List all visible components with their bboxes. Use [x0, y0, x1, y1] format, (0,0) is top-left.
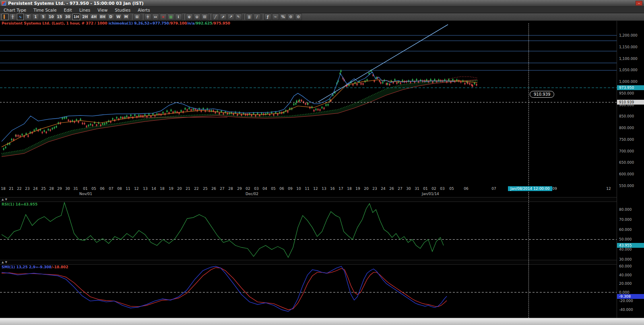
smi-label-segment: /-18.802 — [52, 265, 68, 269]
scale-5min-button[interactable]: 5 — [40, 14, 47, 20]
formula-study-icon[interactable]: ƒ — [264, 14, 271, 20]
trend-line-tool-icon[interactable]: ╱ — [212, 14, 219, 20]
axis-tick-label: 1,100.000 — [619, 57, 638, 61]
x-axis-day-label: 14 — [151, 187, 156, 191]
smi-value-badge: -9.308 — [617, 294, 644, 299]
rsi-chart-canvas[interactable] — [0, 202, 617, 260]
tick-scale-button[interactable]: T — [25, 14, 31, 20]
axis-tick-label: 50.000 — [619, 237, 632, 241]
x-axis-day-label: 21 — [186, 187, 190, 191]
menu-edit[interactable]: Edit — [60, 7, 76, 13]
ruler-tool-icon[interactable]: ∕ — [254, 14, 260, 20]
scale-10min-button[interactable]: 10 — [47, 14, 55, 20]
settings-b-icon[interactable]: ⚙ — [295, 14, 302, 20]
scale-week-button[interactable]: W — [115, 14, 122, 20]
x-axis-day-label: 21 — [9, 187, 13, 191]
x-axis-day-label: 13 — [143, 187, 147, 191]
scale-15min-button[interactable]: 15 — [56, 14, 64, 20]
wave-study-icon[interactable]: ~ — [272, 14, 279, 20]
x-axis-day-label: 22 — [194, 187, 198, 191]
axis-tick-label: 80.000 — [619, 208, 632, 212]
panel-divider[interactable]: ▲▼ — [0, 197, 617, 202]
scale-month-button[interactable]: M — [123, 14, 130, 20]
x-axis-day-label: 05 — [449, 187, 454, 191]
x-axis-day-label: 23 — [25, 187, 29, 191]
menu-view[interactable]: View — [94, 7, 111, 13]
rsi-label: RSI(1) 14=43.955 — [2, 202, 37, 206]
info-icon[interactable]: ℹ — [175, 14, 182, 20]
scale-30min-button[interactable]: 30 — [64, 14, 72, 20]
smi-chart-canvas[interactable] — [0, 265, 617, 318]
delete-drawing-icon[interactable]: × — [160, 14, 167, 20]
axis-tick-label: 1,050.000 — [619, 68, 638, 72]
scale-4hour-button[interactable]: 4H — [90, 14, 98, 20]
main-chart-canvas[interactable] — [0, 21, 617, 186]
menu-lines[interactable]: Lines — [76, 7, 94, 13]
toolbar-separator — [209, 14, 211, 20]
smi-main-line — [2, 266, 447, 311]
grid-toggle-icon[interactable]: ╪ — [144, 14, 151, 20]
candlestick-chart-icon[interactable]: ▍ — [2, 14, 8, 20]
pencil-tool-icon[interactable]: ✎ — [235, 14, 242, 20]
axis-tick-label: -40.000 — [619, 308, 633, 312]
chart-header: Persistent Systems Ltd. (Last), 1 hour, … — [2, 21, 230, 25]
axis-tick-label: 850.000 — [619, 114, 634, 118]
line-chart-icon[interactable]: ∿ — [17, 14, 24, 20]
x-axis-day-label: 07 — [109, 187, 113, 191]
x-axis-day-label: 27 — [398, 187, 402, 191]
x-axis-day-label: 01 — [83, 187, 87, 191]
menu-chart-type[interactable]: Chart Type — [0, 7, 30, 13]
arrow-line-tool-icon[interactable]: ⇗ — [220, 14, 227, 20]
toolbar-separator — [262, 14, 263, 20]
chart-header-segment: /975.950 — [213, 21, 230, 25]
scale-8hour-button[interactable]: 8H — [99, 14, 107, 20]
panel-divider[interactable]: ▲▼ — [0, 260, 617, 265]
x-axis-day-label: 13 — [322, 187, 326, 191]
notes-tool-icon[interactable]: ≣ — [246, 14, 253, 20]
chart-header-segment: ichimoku(1) 9,26,52=977.750 — [107, 21, 169, 25]
window-layout-icon[interactable]: ⊞ — [134, 14, 140, 20]
pan-scroll-icon[interactable]: ↔ — [152, 14, 159, 20]
chart-header-segment: Persistent Systems Ltd. (Last), 1 hour, … — [2, 21, 107, 25]
zoom-box-icon[interactable]: ⊡ — [201, 14, 208, 20]
axis-tick-label: 1,150.000 — [619, 45, 638, 49]
collapse-down-icon[interactable]: ▼ — [5, 261, 8, 264]
scale-1min-button[interactable]: 1 — [32, 14, 39, 20]
axis-tick-label: 600.000 — [619, 172, 634, 176]
ichimoku-cloud — [2, 76, 477, 156]
scale-2hour-button[interactable]: 2H — [81, 14, 89, 20]
zoom-out-icon[interactable]: ⊖ — [194, 14, 200, 20]
chart-header-segment: /n/a — [187, 21, 194, 25]
x-axis-day-label: 28 — [228, 187, 233, 191]
percent-study-icon[interactable]: % — [280, 14, 287, 20]
settings-a-icon[interactable]: ⚙ — [287, 14, 294, 20]
menu-studies[interactable]: Studies — [111, 7, 134, 13]
x-axis-day-label: 18 — [160, 187, 164, 191]
collapse-down-icon[interactable]: ▼ — [5, 198, 8, 201]
x-axis-day-label: 01 — [423, 187, 427, 191]
axis-tick-label: -20.000 — [619, 299, 633, 303]
menu-time-scale[interactable]: Time Scale — [30, 7, 60, 13]
crosshair-date-badge: Jan/08/2014 12:00:00 — [508, 186, 552, 191]
ohlc-bar-chart-icon[interactable]: ╫ — [9, 14, 16, 20]
menu-alerts[interactable]: Alerts — [134, 7, 153, 13]
x-axis-day-label: 18 — [1, 187, 5, 191]
zoom-in-icon[interactable]: ⊕ — [186, 14, 193, 20]
x-axis-day-label: 11 — [126, 187, 130, 191]
ray-line-tool-icon[interactable]: ↗ — [227, 14, 234, 20]
x-axis-day-label: 02 — [246, 187, 250, 191]
axis-tick-label: 950.000 — [619, 91, 634, 95]
x-axis-day-label: 09 — [288, 187, 292, 191]
axis-tick-label: 70.000 — [619, 218, 632, 222]
smi-label: SMI(1) 13,25 2,9=-9.308/-18.802 — [2, 265, 68, 269]
scale-1hour-button[interactable]: 1H — [72, 14, 80, 20]
data-window-icon[interactable]: ▦ — [167, 14, 174, 20]
x-axis-month-label: Nov/01 — [79, 192, 92, 196]
scale-day-button[interactable]: D — [107, 14, 114, 20]
axis-tick-label: 700.000 — [619, 149, 634, 153]
toolbar-separator — [183, 14, 185, 20]
x-axis-day-label: 12 — [313, 187, 318, 191]
minimize-button[interactable]: – — [636, 1, 642, 6]
x-axis-day-label: 25 — [41, 187, 45, 191]
x-axis-day-label: 29 — [237, 187, 242, 191]
